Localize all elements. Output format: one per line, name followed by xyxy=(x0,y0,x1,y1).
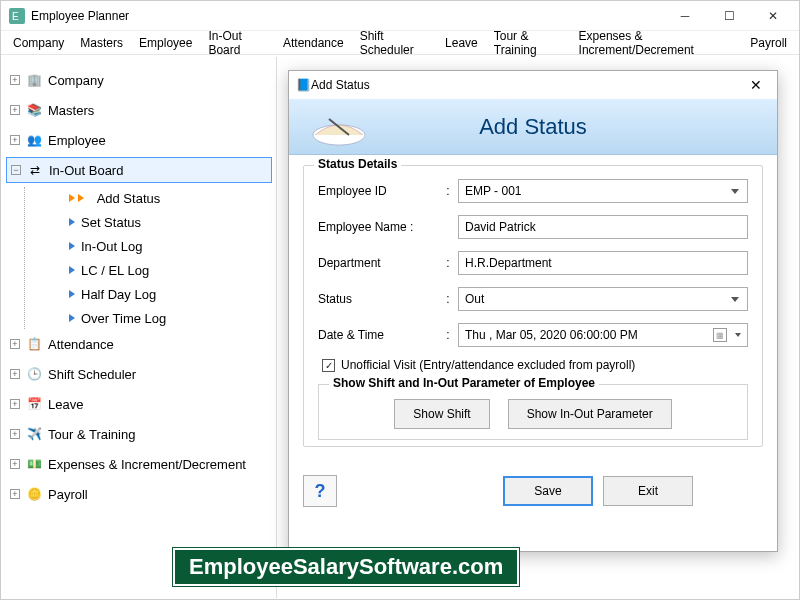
expander-icon[interactable]: + xyxy=(10,135,20,145)
status-select[interactable]: Out xyxy=(458,287,748,311)
dialog-close-button[interactable]: ✕ xyxy=(741,77,771,93)
tree-label: Employee xyxy=(48,133,106,148)
plane-icon: ✈️ xyxy=(26,426,42,442)
add-status-dialog: 📘 Add Status ✕ Add Status Status Details… xyxy=(288,70,778,552)
expander-icon[interactable]: + xyxy=(10,459,20,469)
select-value: EMP - 001 xyxy=(465,184,521,198)
money-icon: 💵 xyxy=(26,456,42,472)
tree-masters[interactable]: +📚Masters xyxy=(6,97,272,123)
expander-icon[interactable]: + xyxy=(10,429,20,439)
employee-name-label: Employee Name : xyxy=(318,220,438,234)
employee-name-field[interactable]: David Patrick xyxy=(458,215,748,239)
status-details-group: Status Details Employee ID : EMP - 001 E… xyxy=(303,165,763,447)
svg-text:E: E xyxy=(12,11,19,22)
calendar-day-icon: 📅 xyxy=(26,396,42,412)
close-button[interactable]: ✕ xyxy=(751,2,795,30)
tree-shift-scheduler[interactable]: +🕒Shift Scheduler xyxy=(6,361,272,387)
tree-label: Shift Scheduler xyxy=(48,367,136,382)
show-inout-parameter-button[interactable]: Show In-Out Parameter xyxy=(508,399,672,429)
input-value: H.R.Department xyxy=(465,256,552,270)
exit-button[interactable]: Exit xyxy=(603,476,693,506)
datetime-label: Date & Time xyxy=(318,328,438,342)
save-button[interactable]: Save xyxy=(503,476,593,506)
tree-label: Payroll xyxy=(48,487,88,502)
maximize-button[interactable]: ☐ xyxy=(707,2,751,30)
tree-leave[interactable]: +📅Leave xyxy=(6,391,272,417)
tree-tour-training[interactable]: +✈️Tour & Training xyxy=(6,421,272,447)
arrow-icon xyxy=(69,314,75,322)
dialog-titlebar: 📘 Add Status ✕ xyxy=(289,71,777,99)
select-value: Out xyxy=(465,292,484,306)
expander-icon[interactable]: + xyxy=(10,399,20,409)
tree-label: Over Time Log xyxy=(81,311,166,326)
menu-shift-scheduler[interactable]: Shift Scheduler xyxy=(352,29,437,57)
tree-set-status[interactable]: Set Status xyxy=(65,211,272,233)
show-shift-button[interactable]: Show Shift xyxy=(394,399,489,429)
employee-id-label: Employee ID xyxy=(318,184,438,198)
arrow-icon xyxy=(69,266,75,274)
watermark-banner: EmployeeSalarySoftware.com xyxy=(173,548,519,586)
group-title: Status Details xyxy=(314,157,401,171)
help-button[interactable]: ? xyxy=(303,475,337,507)
expander-icon[interactable]: + xyxy=(10,105,20,115)
coins-icon: 🪙 xyxy=(26,486,42,502)
tree-label: In-Out Board xyxy=(49,163,123,178)
menu-leave[interactable]: Leave xyxy=(437,36,486,50)
nav-tree: +🏢Company +📚Masters +👥Employee −⇄In-Out … xyxy=(2,57,277,598)
tree-attendance[interactable]: +📋Attendance xyxy=(6,331,272,357)
arrow-icon xyxy=(69,242,75,250)
tree-label: Add Status xyxy=(97,191,161,206)
tree-label: Half Day Log xyxy=(81,287,156,302)
notebook-icon xyxy=(309,105,369,149)
tree-inout-board[interactable]: −⇄In-Out Board xyxy=(6,157,272,183)
calendar-picker-icon[interactable]: ▦ xyxy=(713,328,727,342)
menu-tour-training[interactable]: Tour & Training xyxy=(486,29,571,57)
tree-label: Tour & Training xyxy=(48,427,135,442)
tree-inout-log[interactable]: In-Out Log xyxy=(65,235,272,257)
expander-icon[interactable]: + xyxy=(10,369,20,379)
tree-label: Masters xyxy=(48,103,94,118)
unofficial-visit-label: Unofficial Visit (Entry/attendance exclu… xyxy=(341,358,635,372)
tree-expenses[interactable]: +💵Expenses & Increment/Decrement xyxy=(6,451,272,477)
tree-lc-el-log[interactable]: LC / EL Log xyxy=(65,259,272,281)
tree-company[interactable]: +🏢Company xyxy=(6,67,272,93)
datetime-value: Thu , Mar 05, 2020 06:00:00 PM xyxy=(465,328,638,342)
dialog-icon: 📘 xyxy=(295,77,311,93)
tree-payroll[interactable]: +🪙Payroll xyxy=(6,481,272,507)
tree-employee[interactable]: +👥Employee xyxy=(6,127,272,153)
tree-over-time-log[interactable]: Over Time Log xyxy=(65,307,272,329)
tree-label: Expenses & Increment/Decrement xyxy=(48,457,246,472)
datetime-picker[interactable]: Thu , Mar 05, 2020 06:00:00 PM▦ xyxy=(458,323,748,347)
titlebar: E Employee Planner ─ ☐ ✕ xyxy=(1,1,799,31)
menu-expenses[interactable]: Expenses & Increment/Decrement xyxy=(571,29,743,57)
employee-id-select[interactable]: EMP - 001 xyxy=(458,179,748,203)
tree-label: Leave xyxy=(48,397,83,412)
department-field[interactable]: H.R.Department xyxy=(458,251,748,275)
menu-employee[interactable]: Employee xyxy=(131,36,200,50)
arrow-icon xyxy=(69,290,75,298)
expander-icon[interactable]: + xyxy=(10,339,20,349)
menu-inout-board[interactable]: In-Out Board xyxy=(200,29,275,57)
swap-icon: ⇄ xyxy=(27,162,43,178)
arrow-icon xyxy=(69,194,75,202)
expander-icon[interactable]: + xyxy=(10,75,20,85)
minimize-button[interactable]: ─ xyxy=(663,2,707,30)
unofficial-visit-checkbox[interactable]: ✓ xyxy=(322,359,335,372)
tree-half-day-log[interactable]: Half Day Log xyxy=(65,283,272,305)
input-value: David Patrick xyxy=(465,220,536,234)
show-params-group: Show Shift and In-Out Parameter of Emplo… xyxy=(318,384,748,440)
tree-label: Company xyxy=(48,73,104,88)
menu-masters[interactable]: Masters xyxy=(72,36,131,50)
menu-company[interactable]: Company xyxy=(5,36,72,50)
menu-attendance[interactable]: Attendance xyxy=(275,36,352,50)
expander-icon[interactable]: − xyxy=(11,165,21,175)
dialog-footer: ? Save Exit xyxy=(289,465,777,517)
status-label: Status xyxy=(318,292,438,306)
tree-add-status[interactable]: Add Status xyxy=(65,187,272,209)
arrow-icon xyxy=(78,194,84,202)
tree-label: In-Out Log xyxy=(81,239,142,254)
clock-icon: 🕒 xyxy=(26,366,42,382)
expander-icon[interactable]: + xyxy=(10,489,20,499)
help-icon: ? xyxy=(315,481,326,502)
menu-payroll[interactable]: Payroll xyxy=(742,36,795,50)
